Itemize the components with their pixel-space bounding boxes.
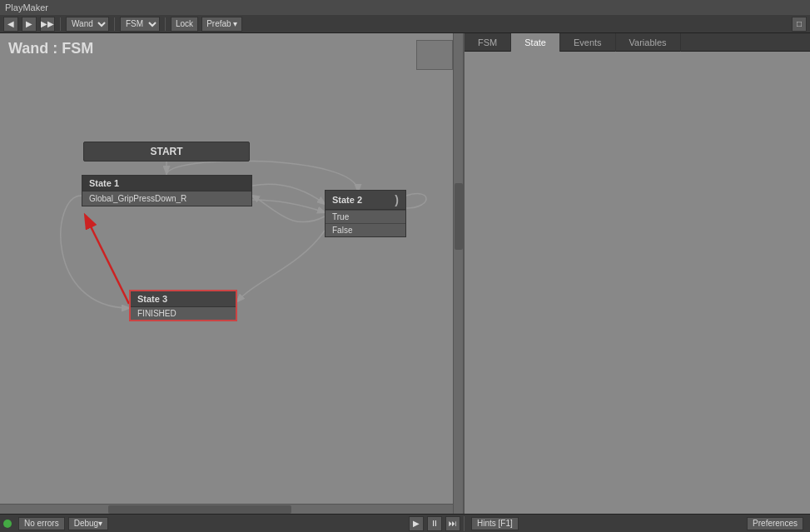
toolbar-prefab-btn[interactable]: Prefab ▾ <box>201 17 242 32</box>
fsm-scrollbar-h[interactable] <box>0 504 453 514</box>
fsm-panel[interactable]: Wand : FSM <box>0 33 465 514</box>
tab-fsm[interactable]: FSM <box>465 33 511 52</box>
main-area: Wand : FSM <box>0 33 810 514</box>
toolbar: ◀ ▶ ▶▶ Wand FSM Lock Prefab ▾ □ <box>0 15 810 33</box>
right-tabs: FSM State Events Variables <box>465 33 810 52</box>
toolbar-lock-btn[interactable]: Lock <box>171 17 198 32</box>
state2-false: False <box>325 223 405 236</box>
pause-button[interactable]: ⏸ <box>427 516 442 531</box>
bottom-bar: No errors Debug ▾ ▶ ⏸ ⏭ Hints [F1] Prefe… <box>0 514 810 532</box>
status-light <box>3 520 12 528</box>
state3-node[interactable]: State 3 FINISHED <box>129 290 237 321</box>
toolbar-sep-2 <box>114 17 115 31</box>
toolbar-step-fwd[interactable]: ▶▶ <box>40 17 55 32</box>
svg-line-3 <box>86 216 129 304</box>
title-bar-label: PlayMaker <box>5 2 48 12</box>
tab-state[interactable]: State <box>511 33 560 52</box>
state1-node[interactable]: State 1 Global_GripPressDown_R <box>82 175 252 206</box>
debug-btn[interactable]: Debug ▾ <box>68 517 108 530</box>
state3-header: State 3 <box>131 291 236 307</box>
fsm-scrollbar-h-thumb[interactable] <box>108 505 291 514</box>
play-button[interactable]: ▶ <box>409 516 424 531</box>
start-node[interactable]: START <box>83 142 250 162</box>
toolbar-sep-1 <box>60 17 61 31</box>
fsm-title: Wand : FSM <box>0 33 102 64</box>
right-content <box>465 52 810 514</box>
toolbar-collapse-btn[interactable]: □ <box>792 17 807 32</box>
arrows-svg <box>0 33 463 514</box>
preferences-btn[interactable]: Preferences <box>747 517 803 530</box>
fsm-scrollbar-v[interactable] <box>453 33 463 514</box>
toolbar-fsm-select[interactable]: FSM <box>120 17 160 32</box>
state1-header: State 1 <box>82 176 251 191</box>
state2-header: State 2 ) <box>325 191 405 210</box>
tab-events[interactable]: Events <box>560 33 616 52</box>
step-button[interactable]: ⏭ <box>445 516 460 531</box>
tab-variables[interactable]: Variables <box>616 33 681 52</box>
title-bar: PlayMaker <box>0 0 810 15</box>
toolbar-sep-3 <box>165 17 166 31</box>
state1-action: Global_GripPressDown_R <box>82 191 251 206</box>
bottom-left: No errors Debug ▾ ▶ ⏸ ⏭ <box>0 516 465 531</box>
status-no-errors: No errors <box>18 517 65 530</box>
toolbar-play[interactable]: ▶ <box>22 17 37 32</box>
toolbar-target-select[interactable]: Wand <box>66 17 109 32</box>
bottom-right: Hints [F1] Preferences <box>465 517 810 530</box>
fsm-scrollbar-v-thumb[interactable] <box>455 183 463 250</box>
state2-node[interactable]: State 2 ) True False <box>325 190 406 237</box>
right-panel: FSM State Events Variables <box>465 33 810 514</box>
toolbar-step-back[interactable]: ◀ <box>3 17 18 32</box>
minimap <box>416 40 453 70</box>
start-label: START <box>150 146 182 157</box>
hints-btn[interactable]: Hints [F1] <box>471 517 519 530</box>
state3-action: FINISHED <box>131 307 236 320</box>
state2-true: True <box>325 210 405 223</box>
